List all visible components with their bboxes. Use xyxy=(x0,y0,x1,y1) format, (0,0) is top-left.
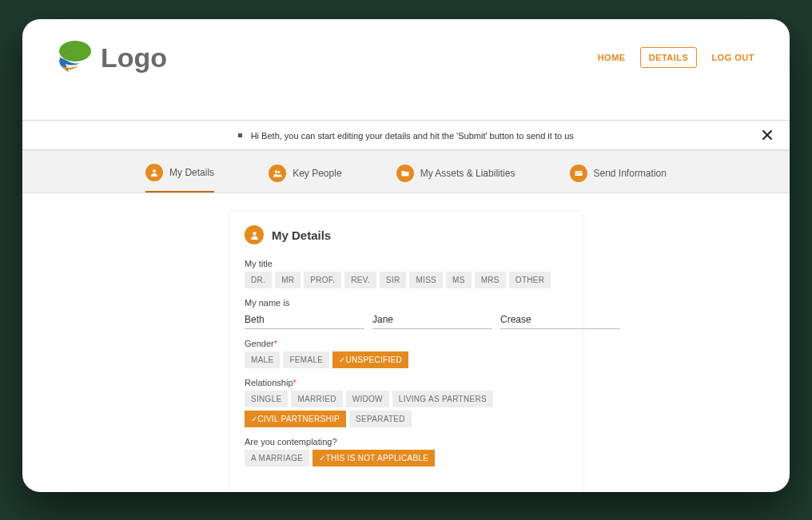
name-row xyxy=(245,311,567,329)
rel-widow[interactable]: WIDOW xyxy=(346,391,389,407)
first-name-input[interactable] xyxy=(245,311,364,329)
tab-key-people[interactable]: Key People xyxy=(269,150,341,193)
cont-marriage[interactable]: A MARRIAGE xyxy=(245,450,309,466)
title-rev[interactable]: REV. xyxy=(344,272,376,288)
middle-name-input[interactable] xyxy=(372,311,492,329)
contemplate-label: Are you contemplating? xyxy=(245,437,567,447)
bullet-icon xyxy=(238,133,242,137)
title-mr[interactable]: MR xyxy=(275,272,301,288)
content: My Details My title DR. MR PROF. REV. SI… xyxy=(22,193,790,492)
gender-female[interactable]: FEMALE xyxy=(283,351,329,368)
tab-label: Send Information xyxy=(594,168,667,179)
notice-bar: Hi Beth, you can start editing your deta… xyxy=(22,120,790,150)
notice-text: Hi Beth, you can start editing your deta… xyxy=(251,131,574,141)
logo: Logo xyxy=(54,40,167,75)
logo-text: Logo xyxy=(101,42,167,73)
title-prof[interactable]: PROF. xyxy=(304,272,341,288)
rel-living[interactable]: LIVING AS PARTNERS xyxy=(392,391,493,407)
svg-point-0 xyxy=(59,41,91,62)
gender-male[interactable]: MALE xyxy=(245,351,280,368)
svg-point-2 xyxy=(275,170,278,173)
tabs: My Details Key People My Assets & Liabil… xyxy=(22,150,790,193)
svg-point-3 xyxy=(278,171,281,173)
header: Logo HOME DETAILS LOG OUT xyxy=(22,19,790,96)
tab-send[interactable]: Send Information xyxy=(570,150,667,193)
title-ms[interactable]: MS xyxy=(446,272,472,288)
notice-text-wrap: Hi Beth, you can start editing your deta… xyxy=(238,128,574,142)
svg-point-1 xyxy=(153,169,156,173)
rel-single[interactable]: SINGLE xyxy=(245,391,288,407)
relationship-label: Relationship* xyxy=(245,378,567,387)
contemplate-options: A MARRIAGE ✓THIS IS NOT APPLICABLE xyxy=(245,450,567,466)
title-sir[interactable]: SIR xyxy=(380,272,407,288)
mail-icon xyxy=(570,165,587,182)
required-mark: * xyxy=(293,378,297,387)
title-dr[interactable]: DR. xyxy=(245,272,272,288)
relationship-options: SINGLE MARRIED WIDOW LIVING AS PARTNERS … xyxy=(245,391,567,427)
nav-details[interactable]: DETAILS xyxy=(640,47,698,68)
my-details-panel: My Details My title DR. MR PROF. REV. SI… xyxy=(230,212,582,492)
rel-civil[interactable]: ✓CIVIL PARTNERSHIP xyxy=(245,411,346,427)
svg-point-5 xyxy=(253,232,256,235)
notice-close-button[interactable] xyxy=(761,129,774,141)
nav-logout[interactable]: LOG OUT xyxy=(711,53,754,62)
cont-na[interactable]: ✓THIS IS NOT APPLICABLE xyxy=(312,450,435,466)
close-icon xyxy=(762,130,772,140)
last-name-input[interactable] xyxy=(500,311,620,329)
people-icon xyxy=(269,165,286,182)
gender-label: Gender* xyxy=(245,339,567,348)
gender-options: MALE FEMALE ✓UNSPECIFIED xyxy=(245,351,567,368)
tab-my-details[interactable]: My Details xyxy=(145,150,214,193)
title-options: DR. MR PROF. REV. SIR MISS MS MRS OTHER xyxy=(245,272,567,288)
title-miss[interactable]: MISS xyxy=(409,272,443,288)
title-mrs[interactable]: MRS xyxy=(475,272,506,288)
tab-assets[interactable]: My Assets & Liabilities xyxy=(396,150,515,193)
title-other[interactable]: OTHER xyxy=(509,272,551,288)
tab-label: Key People xyxy=(293,168,341,179)
person-icon xyxy=(145,164,163,181)
tab-label: My Details xyxy=(169,167,214,178)
panel-title: My Details xyxy=(272,228,331,242)
app-frame: Logo HOME DETAILS LOG OUT Hi Beth, you c… xyxy=(22,19,790,492)
title-label: My title xyxy=(245,259,567,268)
folder-icon xyxy=(396,165,414,182)
svg-rect-4 xyxy=(575,171,582,176)
panel-person-icon xyxy=(245,225,264,244)
required-mark: * xyxy=(274,339,277,348)
logo-icon xyxy=(54,40,93,75)
rel-married[interactable]: MARRIED xyxy=(291,391,342,407)
top-nav: HOME DETAILS LOG OUT xyxy=(598,47,754,68)
gender-unspecified[interactable]: ✓UNSPECIFIED xyxy=(332,351,408,368)
nav-home[interactable]: HOME xyxy=(598,53,626,62)
rel-separated[interactable]: SEPARATED xyxy=(349,411,412,427)
tab-label: My Assets & Liabilities xyxy=(420,168,515,179)
panel-header: My Details xyxy=(245,225,567,244)
name-label: My name is xyxy=(245,298,567,308)
